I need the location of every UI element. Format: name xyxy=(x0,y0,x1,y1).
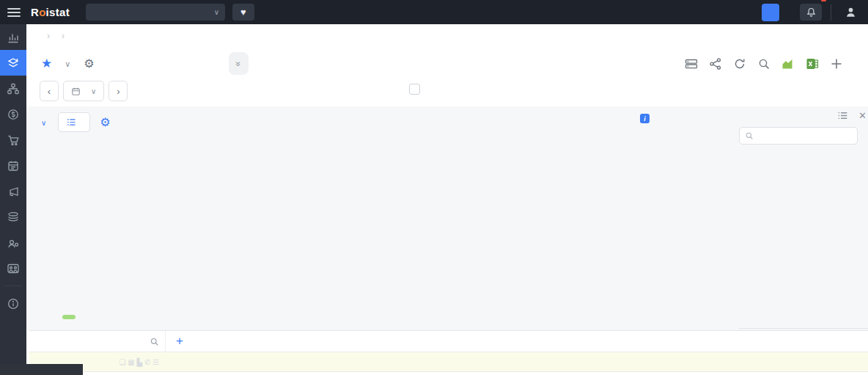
calendar-icon xyxy=(7,159,20,172)
legend-chip[interactable] xyxy=(62,315,76,319)
coin-icon xyxy=(7,108,20,121)
close-metrics-panel-icon[interactable]: ✕ xyxy=(858,110,867,121)
info-icon: i xyxy=(640,114,650,123)
chevron-down-icon: ∨ xyxy=(91,87,96,95)
breadcrumb-separator: › xyxy=(62,31,65,41)
excel-export-icon[interactable] xyxy=(806,57,819,70)
breadcrumb-separator: › xyxy=(47,31,50,41)
project-select[interactable]: ∨ xyxy=(86,4,225,21)
line-chart[interactable] xyxy=(29,139,733,312)
heart-icon: ♥ xyxy=(240,7,246,18)
sidebar-item-finance[interactable] xyxy=(0,101,26,127)
report-settings-gear-icon[interactable]: ⚙ xyxy=(84,57,94,70)
add-activity-button[interactable] xyxy=(58,112,90,132)
support-button[interactable] xyxy=(762,4,779,21)
report-tabs: » xyxy=(229,52,249,75)
chevron-down-icon: ∨ xyxy=(65,59,70,68)
analytics-icon xyxy=(7,31,20,44)
date-range-picker[interactable]: ∨ xyxy=(63,81,104,101)
search-icon xyxy=(745,131,754,140)
favorite-star-icon[interactable]: ★ xyxy=(41,56,52,71)
report-toolbar xyxy=(685,57,843,70)
notification-badge xyxy=(821,0,826,1)
bottom-dark-strip xyxy=(0,364,83,375)
chevron-down-icon: ∨ xyxy=(41,119,46,127)
chevron-down-icon: ∨ xyxy=(214,8,219,16)
how-chart-works-link[interactable]: i xyxy=(640,114,655,123)
share-icon[interactable] xyxy=(709,57,722,70)
layers-icon xyxy=(7,211,20,224)
row-action-icons[interactable]: ❏ ▦ ▙ ✆ ☰ xyxy=(119,358,159,366)
table-rows-icon[interactable] xyxy=(685,57,698,70)
megaphone-icon xyxy=(7,185,20,198)
more-tabs-chevron-icon[interactable]: » xyxy=(233,61,243,66)
roistat-logo: Roistat xyxy=(31,6,70,18)
sidebar-item-info[interactable] xyxy=(0,291,26,316)
reports-icon xyxy=(7,57,20,70)
breadcrumb: › › xyxy=(41,31,70,41)
notifications-button[interactable] xyxy=(800,4,822,21)
bell-icon xyxy=(806,7,817,18)
divider xyxy=(739,328,868,329)
sidebar-item-beta[interactable] xyxy=(0,230,26,255)
sidebar-item-integrations[interactable] xyxy=(0,204,26,230)
sidebar-item-marketing[interactable] xyxy=(0,178,26,204)
group-by-dropdown[interactable]: ∨ xyxy=(41,117,46,128)
user-icon xyxy=(845,6,857,18)
sidebar xyxy=(0,24,26,375)
cart-icon xyxy=(7,134,20,147)
sidebar-item-analytics[interactable] xyxy=(0,24,26,50)
metric-search-input[interactable] xyxy=(758,131,842,140)
prev-period-button[interactable]: ‹ xyxy=(40,81,59,101)
add-report-plus-icon[interactable] xyxy=(830,57,843,70)
calendar-icon xyxy=(71,87,81,96)
top-bar: Roistat ∨ ♥ xyxy=(0,0,868,24)
people-icon xyxy=(7,262,20,275)
compare-period-checkbox[interactable] xyxy=(409,84,420,95)
search-icon[interactable] xyxy=(150,337,159,346)
sidebar-item-orders[interactable] xyxy=(0,127,26,153)
org-structure-icon xyxy=(7,82,20,95)
summary-table: + ❏ ▦ ▙ ✆ ☰ xyxy=(29,330,868,375)
user-menu-button[interactable] xyxy=(840,4,861,21)
metrics-panel: ✕ xyxy=(739,110,868,329)
list-icon xyxy=(67,117,76,127)
empty-cell xyxy=(165,352,229,371)
metrics-list-icon[interactable] xyxy=(837,110,848,121)
sidebar-item-reports[interactable] xyxy=(0,50,26,76)
refresh-icon[interactable] xyxy=(733,57,746,70)
report-title-dropdown[interactable]: ∨ xyxy=(59,56,70,70)
column-header-channel-group[interactable] xyxy=(29,331,165,352)
area-chart-icon[interactable] xyxy=(781,57,795,70)
search-icon[interactable] xyxy=(757,57,770,70)
health-monitor-button[interactable]: ♥ xyxy=(232,4,254,21)
person-gear-icon xyxy=(7,236,20,250)
sidebar-item-staff[interactable] xyxy=(0,255,26,281)
hamburger-menu-icon[interactable] xyxy=(7,8,21,17)
next-period-button[interactable]: › xyxy=(108,81,128,101)
add-column-button[interactable]: + xyxy=(165,331,229,352)
sidebar-item-calendar[interactable] xyxy=(0,153,26,178)
chart-settings-gear-icon[interactable]: ⚙ xyxy=(100,115,110,129)
metric-search-field[interactable] xyxy=(739,127,858,145)
date-row: ‹ ∨ › xyxy=(40,81,139,101)
sidebar-item-funnels[interactable] xyxy=(0,76,26,101)
chart-panel: ∨ ⚙ i ✕ xyxy=(26,106,868,330)
info-icon xyxy=(7,297,20,310)
